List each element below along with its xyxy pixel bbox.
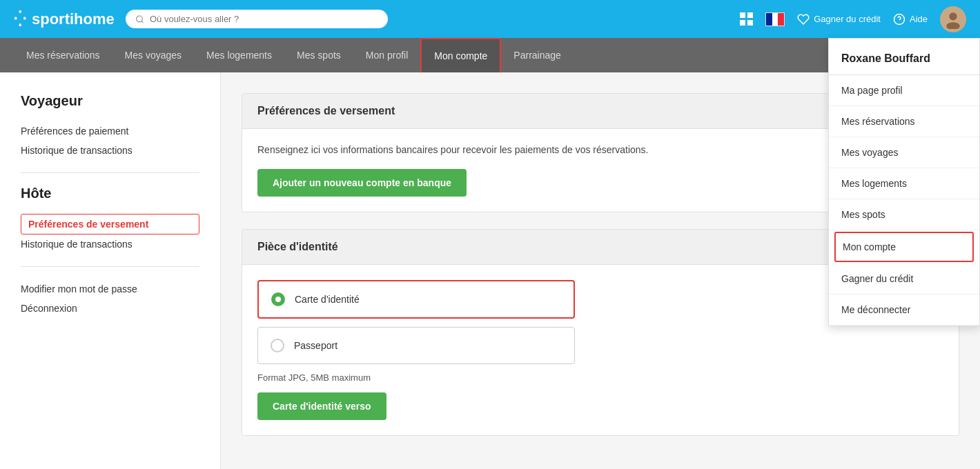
user-dropdown: Roxane Bouffard Ma page profil Mes réser…	[828, 38, 980, 326]
heart-icon	[797, 13, 810, 26]
radio-label-passeport: Passeport	[294, 340, 337, 351]
nav-right: Gagner du crédit Aide	[740, 6, 966, 32]
dropdown-ma-page-profil[interactable]: Ma page profil	[829, 75, 979, 106]
dropdown-mes-reservations[interactable]: Mes réservations	[829, 106, 979, 137]
sidebar-preferences-paiement[interactable]: Préférences de paiement	[21, 121, 199, 141]
radio-label-carte: Carte d'identité	[295, 294, 360, 305]
sidebar-hote-title: Hôte	[21, 186, 199, 201]
svg-point-4	[949, 12, 957, 20]
radio-dot-carte	[271, 292, 285, 306]
sidebar: Voyageur Préférences de paiement Histori…	[0, 72, 221, 469]
dropdown-mes-voyages[interactable]: Mes voyages	[829, 137, 979, 168]
sidebar-historique-voyageur[interactable]: Historique de transactions	[21, 141, 199, 160]
search-bar[interactable]	[126, 10, 388, 28]
sidebar-preferences-versement[interactable]: Préférences de versement	[21, 214, 199, 234]
sidebar-divider-2	[21, 266, 199, 267]
nav-item-voyages[interactable]: Mes voyages	[112, 38, 194, 72]
dropdown-mes-spots[interactable]: Mes spots	[829, 199, 979, 230]
nav-item-compte[interactable]: Mon compte	[420, 38, 501, 72]
upload-id-button[interactable]: Carte d'identité verso	[257, 392, 386, 420]
dropdown-username: Roxane Bouffard	[829, 39, 979, 75]
nav-item-profil[interactable]: Mon profil	[353, 38, 420, 72]
svg-point-5	[946, 22, 960, 29]
radio-carte-identite[interactable]: Carte d'identité	[257, 280, 575, 319]
help-label: Aide	[910, 14, 928, 24]
nav-item-reservations[interactable]: Mes réservations	[14, 38, 112, 72]
radio-dot-passeport	[271, 339, 284, 352]
language-flag[interactable]	[765, 12, 785, 26]
search-input[interactable]	[150, 14, 378, 24]
sidebar-divider-1	[21, 172, 199, 173]
top-navigation: ⁛ sportihome Gagner du crédit Aide	[0, 0, 980, 38]
sidebar-modifier-mdp[interactable]: Modifier mon mot de passe	[21, 279, 199, 299]
credit-label: Gagner du crédit	[814, 14, 881, 24]
grid-icon[interactable]	[740, 12, 753, 26]
radio-passeport[interactable]: Passeport	[257, 327, 575, 364]
format-note: Format JPG, 5MB maximum	[257, 372, 943, 383]
nav-item-spots[interactable]: Mes spots	[284, 38, 353, 72]
nav-item-parrainage[interactable]: Parrainage	[501, 38, 574, 72]
sidebar-historique-hote[interactable]: Historique de transactions	[21, 234, 199, 254]
help-icon	[893, 13, 905, 26]
user-avatar[interactable]	[940, 6, 966, 32]
nav-item-logements[interactable]: Mes logements	[194, 38, 284, 72]
search-icon	[135, 14, 144, 24]
brand-name: sportihome	[32, 10, 115, 28]
dropdown-gagner-credit[interactable]: Gagner du crédit	[829, 263, 979, 295]
svg-point-0	[136, 16, 142, 22]
dropdown-mes-logements[interactable]: Mes logements	[829, 168, 979, 199]
add-bank-account-button[interactable]: Ajouter un nouveau compte en banque	[257, 169, 467, 197]
sidebar-voyageur-title: Voyageur	[21, 93, 199, 109]
svg-line-1	[141, 21, 143, 22]
help-button[interactable]: Aide	[893, 13, 928, 26]
brand-logo[interactable]: ⁛ sportihome	[14, 10, 115, 28]
dropdown-deconnecter[interactable]: Me déconnecter	[829, 295, 979, 326]
dropdown-mon-compte[interactable]: Mon compte	[834, 232, 974, 262]
credit-button[interactable]: Gagner du crédit	[797, 13, 881, 26]
sidebar-deconnexion[interactable]: Déconnexion	[21, 299, 199, 318]
logo-icon: ⁛	[14, 10, 26, 28]
